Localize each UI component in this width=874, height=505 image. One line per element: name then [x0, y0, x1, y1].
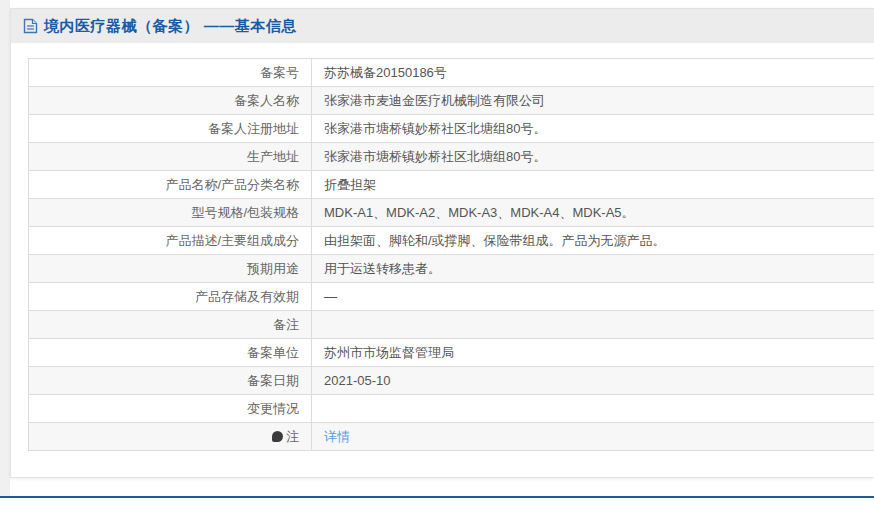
row-label: 备案人名称 — [29, 87, 312, 115]
info-table: 备案号苏苏械备20150186号备案人名称张家港市麦迪金医疗机械制造有限公司备案… — [28, 58, 874, 451]
table-container: 备案号苏苏械备20150186号备案人名称张家港市麦迪金医疗机械制造有限公司备案… — [28, 58, 874, 451]
table-row: 产品描述/主要组成成分由担架面、脚轮和/或撑脚、保险带组成。产品为无源产品。 — [29, 227, 874, 255]
row-value: 由担架面、脚轮和/或撑脚、保险带组成。产品为无源产品。 — [312, 227, 874, 255]
row-label: 备案人注册地址 — [29, 115, 312, 143]
row-value: MDK-A1、MDK-A2、MDK-A3、MDK-A4、MDK-A5。 — [312, 199, 874, 227]
title-bar: 境内医疗器械（备案） ——基本信息 — [11, 9, 874, 43]
page-left-margin — [0, 0, 10, 505]
row-value: 苏州市市场监督管理局 — [312, 339, 874, 367]
row-value: 张家港市麦迪金医疗机械制造有限公司 — [312, 87, 874, 115]
info-table-body: 备案号苏苏械备20150186号备案人名称张家港市麦迪金医疗机械制造有限公司备案… — [29, 59, 874, 451]
table-row: 产品名称/产品分类名称折叠担架 — [29, 171, 874, 199]
row-value: 苏苏械备20150186号 — [312, 59, 874, 87]
document-icon — [23, 18, 38, 34]
row-value: 详情 — [312, 423, 874, 451]
row-value: — — [312, 283, 874, 311]
row-value — [312, 395, 874, 423]
row-value: 用于运送转移患者。 — [312, 255, 874, 283]
row-value — [312, 311, 874, 339]
table-row: 备案单位苏州市市场监督管理局 — [29, 339, 874, 367]
table-row: 备案号苏苏械备20150186号 — [29, 59, 874, 87]
page-title: 境内医疗器械（备案） ——基本信息 — [44, 17, 297, 36]
row-label: 注 — [29, 423, 312, 451]
table-row: 产品存储及有效期— — [29, 283, 874, 311]
row-value: 2021-05-10 — [312, 367, 874, 395]
note-icon — [272, 431, 283, 442]
content-panel: 境内医疗器械（备案） ——基本信息 备案号苏苏械备20150186号备案人名称张… — [10, 8, 874, 478]
table-row: 生产地址张家港市塘桥镇妙桥社区北塘组80号。 — [29, 143, 874, 171]
row-value: 张家港市塘桥镇妙桥社区北塘组80号。 — [312, 115, 874, 143]
table-row: 备案人名称张家港市麦迪金医疗机械制造有限公司 — [29, 87, 874, 115]
row-label: 备案号 — [29, 59, 312, 87]
detail-link[interactable]: 详情 — [324, 429, 350, 444]
table-row: 注详情 — [29, 423, 874, 451]
row-label: 产品描述/主要组成成分 — [29, 227, 312, 255]
row-label: 产品名称/产品分类名称 — [29, 171, 312, 199]
table-row: 备注 — [29, 311, 874, 339]
row-value: 折叠担架 — [312, 171, 874, 199]
row-label: 备案日期 — [29, 367, 312, 395]
row-label: 产品存储及有效期 — [29, 283, 312, 311]
row-label: 备注 — [29, 311, 312, 339]
row-label: 预期用途 — [29, 255, 312, 283]
row-label: 备案单位 — [29, 339, 312, 367]
table-row: 备案人注册地址张家港市塘桥镇妙桥社区北塘组80号。 — [29, 115, 874, 143]
table-row: 备案日期2021-05-10 — [29, 367, 874, 395]
row-label: 变更情况 — [29, 395, 312, 423]
table-row: 变更情况 — [29, 395, 874, 423]
table-row: 预期用途用于运送转移患者。 — [29, 255, 874, 283]
row-label: 型号规格/包装规格 — [29, 199, 312, 227]
footer-divider — [0, 496, 874, 505]
row-label: 生产地址 — [29, 143, 312, 171]
table-row: 型号规格/包装规格MDK-A1、MDK-A2、MDK-A3、MDK-A4、MDK… — [29, 199, 874, 227]
row-value: 张家港市塘桥镇妙桥社区北塘组80号。 — [312, 143, 874, 171]
